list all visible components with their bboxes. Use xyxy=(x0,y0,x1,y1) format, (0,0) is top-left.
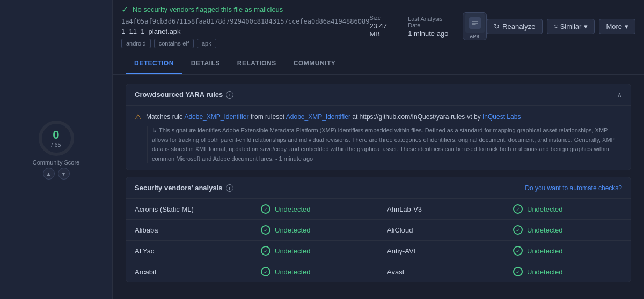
tag-apk[interactable]: apk xyxy=(197,39,216,48)
yara-rule-text: Matches rule Adobe_XMP_Identifier from r… xyxy=(146,112,521,122)
size-value: 23.47 MB xyxy=(369,22,395,38)
vendor-status-left: ✓ Undetected xyxy=(252,241,378,261)
vendor-status-right: ✓ Undetected xyxy=(504,261,631,282)
vendor-name-right: Antiy-AVL xyxy=(378,241,504,261)
vendor-name-left: ALYac xyxy=(126,241,252,261)
vendor-name-left: Alibaba xyxy=(126,220,252,241)
yara-collapse-icon: ∧ xyxy=(617,91,622,99)
warning-triangle-icon: ⚠ xyxy=(135,113,142,121)
reanalyze-icon: ↻ xyxy=(494,23,500,31)
vendor-name-left: Acronis (Static ML) xyxy=(126,199,252,220)
yara-info-icon: i xyxy=(226,91,233,99)
no-threat-text: No security vendors flagged this file as… xyxy=(133,5,283,13)
file-hash: 1a4f05af9cb3d671158faa8178d7929400c81843… xyxy=(121,18,369,25)
tag-android[interactable]: android xyxy=(121,39,151,48)
apk-label: APK xyxy=(470,34,480,39)
vendor-status-right: ✓ Undetected xyxy=(504,220,631,241)
file-size-meta: Size 23.47 MB xyxy=(369,14,395,38)
score-arrows: ▲ ▼ xyxy=(43,168,70,180)
similar-chevron-icon: ▾ xyxy=(584,23,588,31)
vendors-info-icon: i xyxy=(226,184,233,192)
check-icon-left: ✓ xyxy=(261,225,270,235)
score-circle: 0 / 65 xyxy=(38,119,75,157)
vendors-title: Security vendors' analysis i xyxy=(135,184,233,192)
yara-title: Crowdsourced YARA rules i xyxy=(135,91,233,99)
page-layout: 0 / 65 Community Score ▲ ▼ ✓ No security… xyxy=(0,0,644,299)
yara-section: Crowdsourced YARA rules i ∧ ⚠ Matches ru… xyxy=(126,84,631,170)
similar-button[interactable]: ≈ Similar ▾ xyxy=(547,19,595,34)
vendor-name-left: Arcabit xyxy=(126,261,252,282)
status-text-right: Undetected xyxy=(527,268,563,276)
vendors-section: Security vendors' analysis i Do you want… xyxy=(126,177,631,282)
tab-detection[interactable]: DETECTION xyxy=(126,53,182,74)
vendor-status-left: ✓ Undetected xyxy=(252,199,378,220)
status-text-right: Undetected xyxy=(527,226,563,234)
reanalyze-label: Reanalyze xyxy=(502,23,535,31)
vendor-status-left: ✓ Undetected xyxy=(252,220,378,241)
community-score-label: Community Score xyxy=(33,159,79,166)
status-text-left: Undetected xyxy=(275,205,311,213)
check-icon-right: ✓ xyxy=(513,204,523,214)
more-label: More xyxy=(606,23,622,31)
check-icon-right: ✓ xyxy=(513,267,523,276)
analysis-date-meta: Last Analysis Date 1 minute ago xyxy=(408,16,450,38)
no-threat-banner: ✓ No security vendors flagged this file … xyxy=(121,4,369,14)
check-icon-left: ✓ xyxy=(261,246,270,256)
date-label: Last Analysis Date xyxy=(408,16,450,28)
table-row: Arcabit ✓ Undetected Avast ✓ Undetected xyxy=(126,261,631,282)
more-button[interactable]: More ▾ xyxy=(599,19,635,34)
check-icon-left: ✓ xyxy=(261,267,270,276)
check-icon-left: ✓ xyxy=(261,204,270,214)
top-actions: ↻ Reanalyze ≈ Similar ▾ More ▾ xyxy=(487,19,635,34)
yara-content: ⚠ Matches rule Adobe_XMP_Identifier from… xyxy=(126,105,631,170)
tab-details[interactable]: DETAILS xyxy=(182,53,229,74)
top-file-bar: ✓ No security vendors flagged this file … xyxy=(113,0,644,53)
right-panel: ✓ No security vendors flagged this file … xyxy=(113,0,644,299)
yara-header[interactable]: Crowdsourced YARA rules i ∧ xyxy=(126,84,631,105)
yara-ruleset-link[interactable]: Adobe_XMP_Identifier xyxy=(286,113,350,121)
tag-contains-elf[interactable]: contains-elf xyxy=(154,39,194,48)
table-row: Acronis (Static ML) ✓ Undetected AhnLab-… xyxy=(126,199,631,220)
score-down-button[interactable]: ▼ xyxy=(58,168,70,180)
automate-link[interactable]: Do you want to automate checks? xyxy=(525,184,622,192)
more-chevron-icon: ▾ xyxy=(625,23,628,31)
file-name: 1_11_1_planet.apk xyxy=(121,27,369,35)
tab-relations[interactable]: RELATIONS xyxy=(229,53,285,74)
yara-rule-link[interactable]: Adobe_XMP_Identifier xyxy=(184,113,248,121)
reanalyze-button[interactable]: ↻ Reanalyze xyxy=(487,19,542,34)
vendor-name-right: Avast xyxy=(378,261,504,282)
status-text-right: Undetected xyxy=(527,205,563,213)
tab-community[interactable]: COMMUNITY xyxy=(285,53,345,74)
score-number: 0 / 65 xyxy=(51,129,61,148)
yara-description: ↳This signature identifies Adobe Extensi… xyxy=(147,126,622,163)
table-row: ALYac ✓ Undetected Antiy-AVL ✓ Undetecte… xyxy=(126,241,631,261)
check-icon-right: ✓ xyxy=(513,246,523,256)
similar-label: Similar xyxy=(560,23,582,31)
status-text-left: Undetected xyxy=(275,268,311,276)
similar-icon: ≈ xyxy=(554,23,558,31)
check-icon-right: ✓ xyxy=(513,225,523,235)
check-circle-icon: ✓ xyxy=(121,4,128,14)
date-value: 1 minute ago xyxy=(408,29,450,38)
score-total: / 65 xyxy=(51,141,61,148)
vendor-status-right: ✓ Undetected xyxy=(504,241,631,261)
table-row: Alibaba ✓ Undetected AliCloud ✓ Undetect… xyxy=(126,220,631,241)
file-tags: android contains-elf apk xyxy=(121,39,369,48)
score-up-button[interactable]: ▲ xyxy=(43,168,55,180)
apk-icon-inner xyxy=(465,13,485,33)
file-details: ✓ No security vendors flagged this file … xyxy=(121,4,369,48)
meta-section: Size 23.47 MB Last Analysis Date 1 minut… xyxy=(369,12,487,40)
yara-warning-row: ⚠ Matches rule Adobe_XMP_Identifier from… xyxy=(135,112,622,122)
size-label: Size xyxy=(369,14,395,21)
vendors-header: Security vendors' analysis i Do you want… xyxy=(126,177,631,198)
yara-author-link[interactable]: InQuest Labs xyxy=(482,113,521,121)
vendor-name-right: AliCloud xyxy=(378,220,504,241)
vendor-status-left: ✓ Undetected xyxy=(252,261,378,282)
score-value: 0 xyxy=(51,129,61,141)
status-text-right: Undetected xyxy=(527,247,563,255)
vendors-table: Acronis (Static ML) ✓ Undetected AhnLab-… xyxy=(126,198,631,282)
yara-indent-arrow: ↳ xyxy=(152,127,157,133)
main-content: Crowdsourced YARA rules i ∧ ⚠ Matches ru… xyxy=(113,75,644,299)
left-panel: 0 / 65 Community Score ▲ ▼ xyxy=(0,0,113,299)
nav-tabs: DETECTION DETAILS RELATIONS COMMUNITY xyxy=(113,53,644,75)
